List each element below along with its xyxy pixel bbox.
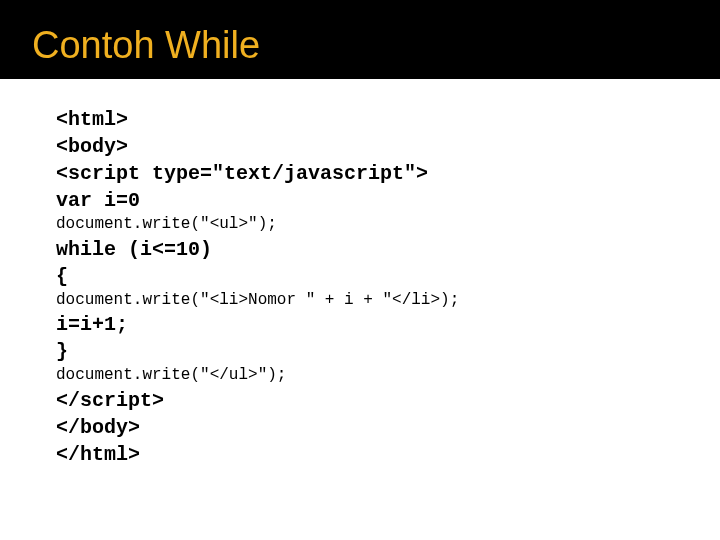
slide-title: Contoh While — [32, 24, 688, 67]
code-line: i=i+1; — [56, 311, 664, 338]
code-line: document.write("<ul>"); — [56, 214, 664, 236]
code-line: var i=0 — [56, 187, 664, 214]
slide-header: Contoh While — [0, 0, 720, 82]
code-line: { — [56, 263, 664, 290]
code-line: <script type="text/javascript"> — [56, 160, 664, 187]
code-line: document.write("</ul>"); — [56, 365, 664, 387]
code-line: </body> — [56, 414, 664, 441]
code-block: <html> <body> <script type="text/javascr… — [0, 82, 720, 492]
code-line: <body> — [56, 133, 664, 160]
code-line: </html> — [56, 441, 664, 468]
code-line: </script> — [56, 387, 664, 414]
code-line: <html> — [56, 106, 664, 133]
code-line: document.write("<li>Nomor " + i + "</li>… — [56, 290, 664, 312]
code-line: } — [56, 338, 664, 365]
code-line: while (i<=10) — [56, 236, 664, 263]
